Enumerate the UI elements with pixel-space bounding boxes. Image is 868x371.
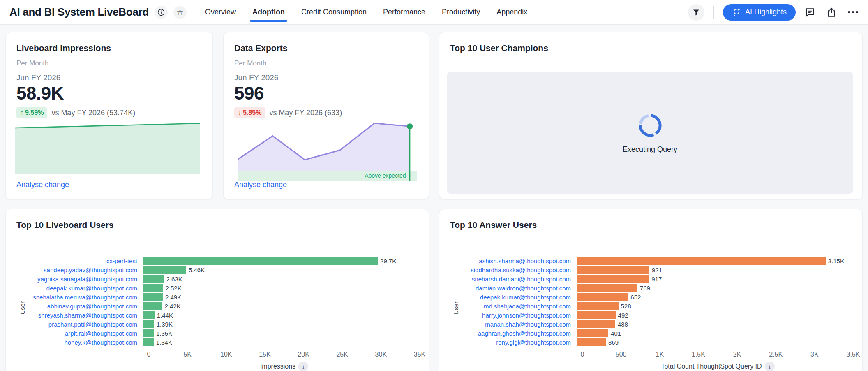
- bar-value-label: 921: [652, 267, 662, 274]
- change-badge: ↑ 9.59%: [16, 107, 47, 118]
- tab-credit-consumption[interactable]: Credit Consumption: [301, 0, 367, 24]
- bar-row: deepak.kumar@thoughtspot.com652: [450, 292, 853, 301]
- category-label[interactable]: ashish.sharma@thoughtspot.com: [450, 257, 577, 264]
- bar-track: 2.63K: [143, 275, 420, 283]
- share-button[interactable]: [824, 5, 838, 19]
- category-label[interactable]: deepak.kumar@thoughtspot.com: [450, 294, 577, 301]
- user-champions-card: Top 10 User Champions Executing Query: [439, 32, 863, 199]
- axis-tick: 1.5K: [692, 351, 705, 358]
- axis-tick: 15K: [259, 351, 270, 358]
- kpi-period: Jun FY 2026: [234, 73, 418, 82]
- category-label[interactable]: honey.k@thoughtspot.com: [16, 339, 143, 346]
- bar-row: honey.k@thoughtspot.com1.34K: [16, 338, 420, 347]
- axis-tick: 2.5K: [769, 351, 783, 358]
- comment-button[interactable]: [803, 5, 817, 19]
- arrow-up-icon: ↑: [20, 109, 23, 116]
- bar-track: 1.34K: [143, 338, 420, 346]
- category-label[interactable]: sandeep.yadav@thoughtspot.com: [16, 267, 143, 274]
- category-label[interactable]: rony.gigi@thoughtspot.com: [450, 339, 577, 346]
- bar-value-label: 369: [608, 339, 619, 346]
- bar-track: 488: [577, 320, 853, 328]
- category-label[interactable]: yagnika.sanagala@thoughtspot.com: [16, 276, 143, 283]
- bar-chart: User ashish.sharma@thoughtspot.com3.15Ks…: [450, 256, 853, 371]
- bar[interactable]: [143, 275, 164, 283]
- bar-track: 652: [577, 293, 853, 301]
- ai-highlights-button[interactable]: AI Highlights: [723, 4, 796, 21]
- tab-appendix[interactable]: Appendix: [496, 0, 527, 24]
- category-label[interactable]: prashant.patil@thoughtspot.com: [16, 321, 143, 328]
- card-title: Liveboard Impressions: [16, 43, 202, 53]
- bar[interactable]: [143, 257, 378, 265]
- category-label[interactable]: snehalatha.meruva@thoughtspot.com: [16, 294, 143, 301]
- category-label[interactable]: deepak.kumar@thoughtspot.com: [16, 285, 143, 292]
- bar[interactable]: [143, 284, 163, 292]
- category-label[interactable]: arpit.rai@thoughtspot.com: [16, 330, 143, 337]
- bar[interactable]: [577, 320, 615, 328]
- tab-bar: OverviewAdoptionCredit ConsumptionPerfor…: [205, 0, 527, 24]
- category-label[interactable]: shreyash.sharma@thoughtspot.com: [16, 312, 143, 319]
- bar[interactable]: [577, 338, 606, 346]
- analyse-change-link[interactable]: Analyse change: [16, 181, 69, 189]
- bar-track: 769: [577, 284, 853, 292]
- liveboard-impressions-card: Liveboard Impressions Per Month Jun FY 2…: [5, 32, 213, 199]
- category-label[interactable]: sneharsh.damani@thoughtspot.com: [450, 276, 577, 283]
- bar-value-label: 29.7K: [380, 257, 396, 264]
- bar[interactable]: [577, 257, 826, 265]
- category-label[interactable]: md.shahjada@thoughtspot.com: [450, 303, 577, 310]
- category-label[interactable]: siddhardha.sukka@thoughtspot.com: [450, 267, 577, 274]
- category-label[interactable]: aaghran.ghosh@thoughtspot.com: [450, 330, 577, 337]
- header-divider: [196, 6, 196, 19]
- x-axis-title: Total Count ThoughtSpot Query ID: [661, 363, 762, 370]
- filter-button[interactable]: [688, 4, 704, 21]
- x-axis-ticks: 05001K1.5K2K2.5K3K3.5K: [582, 351, 853, 359]
- analyse-change-link[interactable]: Analyse change: [234, 181, 287, 189]
- bar-value-label: 769: [640, 285, 650, 292]
- bar[interactable]: [143, 311, 155, 319]
- bar[interactable]: [577, 311, 616, 319]
- axis-tick: 3.5K: [847, 351, 860, 358]
- kpi-period: Jun FY 2026: [16, 73, 202, 82]
- category-label[interactable]: damian.waldron@thoughtspot.com: [450, 285, 577, 292]
- data-exports-card: Data Exports Per Month Jun FY 2026 596 ↓…: [223, 32, 429, 199]
- arrow-down-icon: ↓: [238, 109, 241, 116]
- loading-status-text: Executing Query: [623, 145, 677, 154]
- bar-row: arpit.rai@thoughtspot.com1.35K: [16, 329, 420, 338]
- impressions-sparkline: [15, 122, 200, 174]
- tab-productivity[interactable]: Productivity: [442, 0, 480, 24]
- bar[interactable]: [143, 302, 162, 310]
- bar-row: sandeep.yadav@thoughtspot.com5.46K: [16, 265, 420, 274]
- bar-value-label: 401: [611, 330, 621, 337]
- bar[interactable]: [143, 329, 154, 337]
- kpi-value: 58.9K: [16, 83, 202, 104]
- bar-row: manan.shah@thoughtspot.com488: [450, 320, 853, 329]
- axis-tick: 2K: [733, 351, 741, 358]
- bar[interactable]: [577, 302, 619, 310]
- info-button[interactable]: [155, 6, 168, 19]
- tab-performance[interactable]: Performance: [383, 0, 425, 24]
- category-label[interactable]: cx-perf-test: [16, 257, 143, 264]
- tab-overview[interactable]: Overview: [205, 0, 236, 24]
- favorite-button[interactable]: ☆: [173, 6, 187, 19]
- more-button[interactable]: [846, 5, 860, 19]
- bar[interactable]: [143, 266, 186, 274]
- bar-value-label: 5.46K: [189, 267, 205, 274]
- bar[interactable]: [577, 284, 637, 292]
- bar[interactable]: [143, 320, 154, 328]
- tab-adoption[interactable]: Adoption: [252, 0, 285, 24]
- ai-highlights-label: AI Highlights: [745, 8, 787, 16]
- y-axis-label: User: [19, 301, 26, 315]
- bar[interactable]: [577, 275, 649, 283]
- sort-descending-icon[interactable]: ↓: [765, 362, 775, 371]
- bar[interactable]: [577, 329, 608, 337]
- bar-row: yagnika.sanagala@thoughtspot.com2.63K: [16, 274, 420, 283]
- category-label[interactable]: manan.shah@thoughtspot.com: [450, 321, 577, 328]
- category-label[interactable]: harry.johnson@thoughtspot.com: [450, 312, 577, 319]
- category-label[interactable]: abhinav.gupta@thoughtspot.com: [16, 303, 143, 310]
- bar[interactable]: [577, 266, 649, 274]
- bar[interactable]: [143, 293, 163, 301]
- bar-track: 3.15K: [577, 257, 853, 265]
- sort-descending-icon[interactable]: ↓: [298, 362, 308, 371]
- bar[interactable]: [577, 293, 628, 301]
- bar[interactable]: [143, 338, 154, 346]
- bar-chart: User cx-perf-test29.7Ksandeep.yadav@thou…: [16, 256, 420, 371]
